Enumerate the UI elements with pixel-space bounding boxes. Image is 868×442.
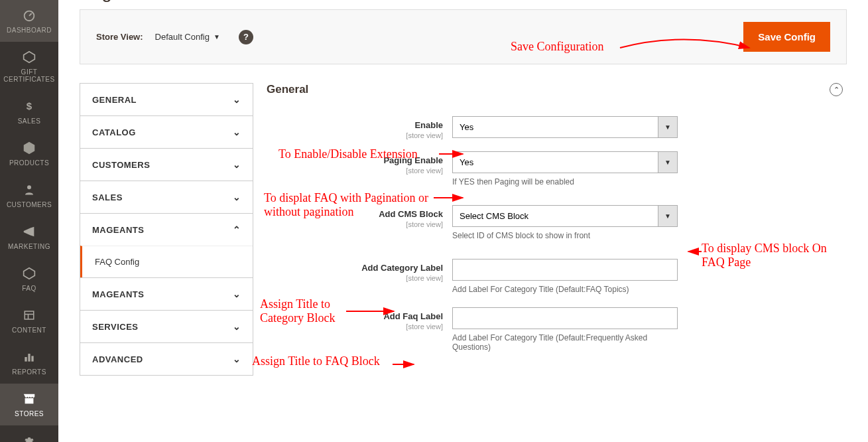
products-icon: [22, 139, 36, 157]
field-label: Add Faq Label: [383, 311, 443, 321]
field-label: Add Category Label: [361, 263, 443, 273]
help-icon[interactable]: ?: [239, 30, 253, 44]
sidebar-item-dashboard[interactable]: DASHBOARD: [0, 0, 58, 42]
field-scope: [store view]: [267, 220, 443, 228]
paging-select[interactable]: Yes: [452, 151, 678, 173]
svg-point-3: [27, 185, 31, 189]
main-content: Configuration Store View: Default Config…: [58, 0, 868, 442]
page-title: Configuration: [58, 0, 868, 5]
chevron-up-icon: ⌃: [233, 224, 241, 235]
field-scope: [store view]: [267, 323, 443, 331]
sidebar-item-products[interactable]: PRODUCTS: [0, 133, 58, 175]
sidebar-label: CUSTOMERS: [7, 201, 52, 208]
nav-section-sales[interactable]: SALES⌄: [80, 181, 253, 213]
admin-sidebar: DASHBOARD GIFT CERTIFICATES $ SALES PROD…: [0, 0, 58, 442]
faq-icon: [23, 265, 36, 282]
svg-rect-8: [25, 357, 27, 362]
content-icon: [23, 307, 36, 324]
sidebar-item-faq[interactable]: FAQ: [0, 258, 58, 300]
field-scope: [store view]: [267, 167, 443, 175]
chevron-down-icon: ⌄: [233, 127, 241, 137]
nav-section-advanced[interactable]: ADVANCED⌄: [80, 343, 253, 375]
sidebar-label: SALES: [18, 117, 41, 125]
category-label-input[interactable]: [452, 259, 678, 281]
sidebar-item-content[interactable]: CONTENT: [0, 300, 58, 342]
nav-section-mageants-2[interactable]: MAGEANTS⌄: [80, 278, 253, 310]
sidebar-item-customers[interactable]: CUSTOMERS: [0, 175, 58, 216]
nav-section-mageants[interactable]: MAGEANTS⌃: [80, 214, 253, 246]
sidebar-label: FAQ: [22, 285, 36, 292]
sales-icon: $: [23, 98, 35, 115]
gear-icon: [23, 432, 36, 442]
customers-icon: [23, 181, 35, 198]
reports-icon: [23, 348, 36, 366]
cms-select[interactable]: Select CMS Block: [452, 205, 678, 227]
chevron-down-icon: ⌄: [233, 354, 241, 364]
chevron-down-icon: ⌄: [233, 321, 241, 332]
sidebar-item-system[interactable]: [0, 425, 58, 442]
field-scope: [store view]: [267, 274, 443, 282]
field-note: Select ID of CMS block to show in front: [452, 231, 678, 240]
svg-rect-5: [25, 311, 34, 319]
sidebar-item-sales[interactable]: $ SALES: [0, 91, 58, 133]
sidebar-item-marketing[interactable]: MARKETING: [0, 216, 58, 258]
chevron-down-icon: ⌄: [233, 94, 241, 105]
field-label: Paging Enable: [383, 155, 443, 165]
sidebar-label: STORES: [15, 410, 44, 417]
field-faq-label: Add Faq Label [store view] Add Label For…: [267, 307, 847, 352]
gift-icon: [23, 48, 36, 66]
field-cms: Add CMS Block [store view] Select CMS Bl…: [267, 205, 847, 240]
sidebar-item-stores[interactable]: STORES: [0, 384, 58, 425]
svg-text:$: $: [27, 100, 32, 111]
section-title: General: [267, 83, 308, 96]
sidebar-label: GIFT CERTIFICATES: [3, 68, 56, 83]
collapse-section-button[interactable]: ⌃: [830, 83, 843, 96]
svg-rect-9: [28, 354, 30, 362]
nav-section-services[interactable]: SERVICES⌄: [80, 311, 253, 342]
field-scope: [store view]: [267, 131, 443, 139]
sidebar-item-gift[interactable]: GIFT CERTIFICATES: [0, 42, 58, 91]
nav-section-customers[interactable]: CUSTOMERS⌄: [80, 149, 253, 181]
field-cat-label: Add Category Label [store view] Add Labe…: [267, 259, 847, 294]
svg-marker-1: [24, 52, 35, 63]
field-enable: Enable [store view] Yes ▼: [267, 116, 847, 139]
field-note: Add Label For Category Title (Default:FA…: [452, 285, 678, 294]
nav-section-catalog[interactable]: CATALOG⌄: [80, 116, 253, 148]
sidebar-label: PRODUCTS: [9, 159, 49, 167]
settings-panel: General ⌃ Enable [store view] Yes ▼ Pagi…: [267, 83, 847, 376]
sidebar-label: DASHBOARD: [7, 27, 52, 34]
svg-marker-4: [24, 268, 35, 279]
svg-rect-10: [31, 356, 33, 361]
field-note: If YES then Paging will be enabled: [452, 177, 678, 186]
marketing-icon: [22, 223, 36, 240]
svg-point-0: [25, 11, 34, 21]
stores-icon: [22, 390, 36, 407]
sidebar-label: REPORTS: [12, 368, 46, 376]
chevron-down-icon: ⌄: [233, 192, 241, 202]
dashboard-icon: [22, 7, 36, 24]
field-label: Enable: [414, 120, 443, 130]
faq-label-input[interactable]: [452, 307, 678, 329]
caret-down-icon: ▼: [214, 33, 220, 40]
sidebar-item-reports[interactable]: REPORTS: [0, 342, 58, 384]
sidebar-label: CONTENT: [12, 327, 46, 334]
field-label: Add CMS Block: [379, 209, 443, 219]
nav-section-general[interactable]: GENERAL⌄: [80, 84, 253, 115]
store-view-value: Default Config: [155, 32, 210, 42]
store-view-label: Store View:: [96, 32, 143, 42]
chevron-down-icon: ⌄: [233, 289, 241, 299]
field-note: Add Label For Category Title (Default:Fr…: [452, 333, 678, 352]
nav-item-faq-config[interactable]: FAQ Config: [80, 246, 253, 277]
chevron-down-icon: ⌄: [233, 159, 241, 170]
config-nav: GENERAL⌄ CATALOG⌄ CUSTOMERS⌄ SALES⌄ MAGE…: [80, 83, 253, 376]
sidebar-label: MARKETING: [8, 243, 50, 250]
toolbar: Store View: Default Config ▼ ? Save Conf…: [80, 9, 847, 64]
enable-select[interactable]: Yes: [452, 116, 678, 138]
store-view-select[interactable]: Default Config ▼: [155, 32, 220, 42]
field-paging: Paging Enable [store view] Yes ▼ If YES …: [267, 151, 847, 186]
save-config-button[interactable]: Save Config: [743, 22, 830, 52]
